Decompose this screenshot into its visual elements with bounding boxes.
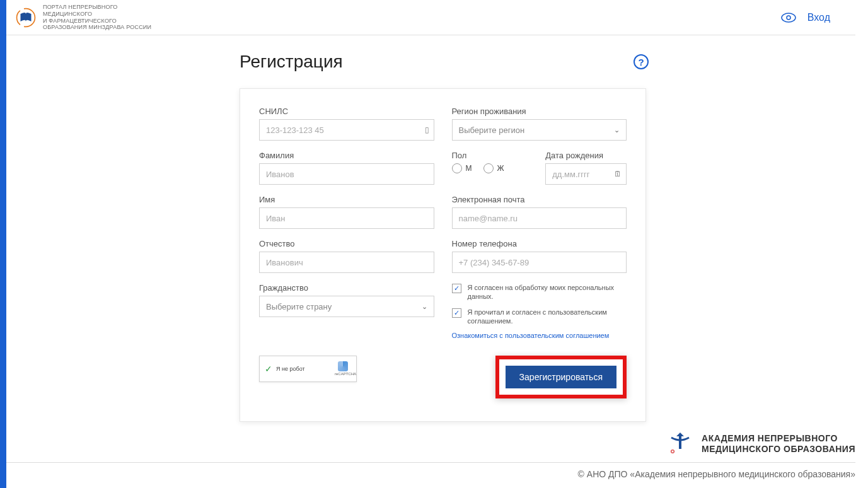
phone-label: Номер телефона — [452, 239, 627, 248]
recaptcha-badge: reCAPTCHA — [335, 361, 351, 376]
snils-label: СНИЛС — [259, 107, 434, 116]
phone-input[interactable] — [452, 252, 627, 273]
page-title: Регистрация — [240, 52, 343, 72]
gender-label: Пол — [452, 151, 533, 160]
terms-link[interactable]: Ознакомиться с пользовательским соглашен… — [452, 332, 627, 339]
region-placeholder: Выберите регион — [459, 125, 525, 135]
consent-terms-text: Я прочитал и согласен с пользовательским… — [468, 308, 627, 326]
registration-form: СНИЛС ▯ Фамилия Имя Отчество Гражданство — [240, 88, 646, 422]
recaptcha[interactable]: ✓ Я не робот reCAPTCHA — [259, 356, 357, 382]
captcha-label: Я не робот — [276, 366, 305, 372]
footer-line2: МЕДИЦИНСКОГО ОБРАЗОВАНИЯ — [702, 444, 855, 455]
citizenship-placeholder: Выберите страну — [266, 302, 332, 311]
citizenship-select[interactable]: Выберите страну ⌄ — [259, 296, 434, 317]
copyright: © АНО ДПО «Академия непрерывного медицин… — [578, 469, 855, 479]
login-link[interactable]: Вход — [807, 12, 830, 23]
lastname-label: Фамилия — [259, 151, 434, 160]
footer-brand: АКАДЕМИЯ НЕПРЕРЫВНОГО МЕДИЦИНСКОГО ОБРАЗ… — [666, 430, 855, 458]
snils-card-icon: ▯ — [425, 125, 429, 134]
svg-rect-4 — [672, 451, 674, 453]
submit-highlight: Зарегистрироваться — [495, 356, 627, 398]
firstname-label: Имя — [259, 195, 434, 204]
region-label: Регион проживания — [452, 107, 627, 116]
gender-female-radio[interactable] — [483, 163, 494, 173]
check-icon: ✓ — [265, 364, 272, 374]
calendar-icon[interactable]: 🗓 — [614, 170, 622, 178]
gender-male-radio[interactable] — [452, 163, 462, 173]
logo-text: ПОРТАЛ НЕПРЕРЫВНОГО МЕДИЦИНСКОГО И ФАРМА… — [43, 4, 151, 31]
footer-line1: АКАДЕМИЯ НЕПРЕРЫВНОГО — [702, 433, 855, 444]
citizenship-label: Гражданство — [259, 283, 434, 293]
gender-male-label: М — [466, 164, 472, 173]
chevron-down-icon: ⌄ — [614, 126, 620, 134]
book-logo-icon — [15, 7, 37, 28]
side-stripe — [0, 0, 6, 488]
consent-personal-text: Я согласен на обработку моих персональны… — [468, 283, 627, 301]
header: ПОРТАЛ НЕПРЕРЫВНОГО МЕДИЦИНСКОГО И ФАРМА… — [6, 0, 855, 35]
consent-personal-checkbox[interactable]: ✓ — [452, 284, 461, 293]
consent-terms-checkbox[interactable]: ✓ — [452, 308, 461, 318]
footer-divider — [6, 462, 855, 463]
svg-point-1 — [782, 13, 796, 22]
logo[interactable]: ПОРТАЛ НЕПРЕРЫВНОГО МЕДИЦИНСКОГО И ФАРМА… — [15, 4, 151, 31]
dob-label: Дата рождения — [545, 151, 627, 160]
submit-button[interactable]: Зарегистрироваться — [506, 366, 616, 388]
accessibility-eye-icon[interactable] — [781, 13, 796, 23]
firstname-input[interactable] — [259, 207, 434, 229]
patronymic-label: Отчество — [259, 239, 434, 248]
lastname-input[interactable] — [259, 163, 434, 185]
caduceus-icon — [666, 430, 694, 458]
region-select[interactable]: Выберите регион ⌄ — [452, 119, 627, 141]
help-icon[interactable]: ? — [634, 54, 649, 69]
email-input[interactable] — [452, 207, 627, 229]
svg-point-2 — [787, 16, 790, 20]
email-label: Электронная почта — [452, 195, 627, 204]
gender-female-label: Ж — [497, 164, 504, 173]
patronymic-input[interactable] — [259, 252, 434, 273]
chevron-down-icon: ⌄ — [422, 303, 427, 311]
snils-input[interactable] — [259, 119, 434, 141]
